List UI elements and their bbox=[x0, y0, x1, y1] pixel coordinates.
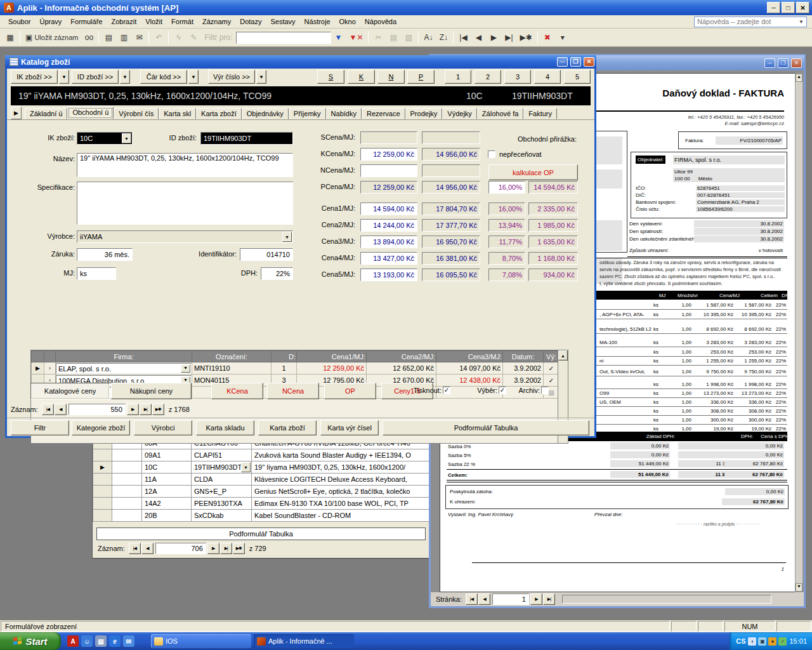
form-record-selector[interactable]: ▶ bbox=[11, 107, 22, 119]
button-kategoriezbo[interactable]: Kategorie zboží bbox=[72, 420, 130, 435]
cena4mj-field-2[interactable]: 16 381,00 Kč bbox=[422, 252, 480, 265]
tab-obchodn[interactable]: Obchodní ú bbox=[67, 107, 114, 119]
print-preview-icon[interactable]: ▥ bbox=[117, 30, 131, 44]
menu-npovda[interactable]: Nápověda bbox=[360, 17, 401, 27]
tab-nabdky[interactable]: Nabídky bbox=[326, 108, 362, 119]
cena5mj-pct-field[interactable]: 7,08% bbox=[488, 269, 525, 281]
record-prev-button[interactable]: ◀ bbox=[478, 594, 490, 605]
invoice-vscrollbar[interactable]: ▲ ▼ bbox=[795, 73, 803, 592]
row-selector[interactable]: ▶ bbox=[93, 461, 112, 474]
cena4mj-pct-field[interactable]: 8,70% bbox=[488, 252, 525, 265]
number-button-1[interactable]: 1 bbox=[445, 70, 471, 84]
button-kcena[interactable]: KCena bbox=[211, 383, 263, 399]
send-mail-icon[interactable]: ✉ bbox=[132, 30, 146, 44]
ik-zbozi-combo[interactable]: 10C▼ bbox=[77, 132, 133, 145]
cena2mj-field-2[interactable]: 17 377,70 Kč bbox=[422, 219, 480, 232]
network-icon[interactable]: ▣ bbox=[758, 637, 766, 646]
internet-explorer-icon[interactable]: e bbox=[109, 635, 121, 647]
menu-vloit[interactable]: Vložit bbox=[141, 17, 167, 27]
cena1mj-field-2[interactable]: 17 804,70 Kč bbox=[422, 202, 480, 215]
zaruka-field[interactable]: 36 měs. bbox=[77, 248, 133, 261]
filter-for-input[interactable] bbox=[236, 32, 331, 44]
id-cell[interactable]: SxCDkab bbox=[192, 510, 252, 522]
task-button-aplikinforman[interactable]: Aplik - Informačně ... bbox=[254, 634, 354, 648]
record-last-button[interactable]: ▶| bbox=[543, 594, 555, 605]
ncenamj-field-1[interactable] bbox=[360, 164, 417, 177]
scroll-up-icon[interactable]: ▲ bbox=[558, 350, 568, 361]
blank-cell[interactable] bbox=[112, 449, 142, 461]
row-selector[interactable] bbox=[93, 498, 112, 510]
id-zbozi-field[interactable]: 19TIIHM903DT bbox=[200, 132, 293, 145]
tab-vdejky[interactable]: Výdejky bbox=[442, 108, 477, 119]
form-view-icon[interactable]: ▦ bbox=[3, 30, 17, 44]
cena1mj-pct-field[interactable]: 16,00% bbox=[488, 202, 525, 215]
menu-dotazy[interactable]: Dotazy bbox=[235, 17, 266, 27]
blank-cell[interactable] bbox=[112, 498, 142, 510]
record-number-input[interactable]: 1 bbox=[492, 594, 529, 605]
code-cell[interactable]: 10C bbox=[142, 461, 192, 474]
expand-row-icon[interactable]: › bbox=[44, 362, 56, 375]
id-cell[interactable]: CLAPI51 bbox=[192, 449, 252, 461]
cena3mj-pct-field[interactable]: 11,77% bbox=[488, 235, 525, 248]
show-desktop-icon[interactable]: ▤ bbox=[95, 635, 107, 647]
cena5mj-field-2[interactable]: 16 095,50 Kč bbox=[422, 269, 480, 281]
id-cell[interactable]: PEEN9130TXA bbox=[192, 498, 252, 510]
scenamj-field-1[interactable] bbox=[360, 131, 417, 144]
close-icon[interactable]: ✕ bbox=[791, 58, 802, 68]
datum-cell[interactable]: 3.9.2002 bbox=[503, 375, 544, 387]
record-new-button[interactable]: ▶✱ bbox=[152, 404, 164, 415]
id-cell[interactable]: 19TIIHM903DT▼ bbox=[192, 461, 252, 474]
desc-cell[interactable]: Edimax EN-9130 TXA 10/100 base WOL, PCI,… bbox=[252, 498, 430, 510]
subform-row[interactable]: 14A2PEEN9130TXAEdimax EN-9130 TXA 10/100… bbox=[93, 498, 430, 510]
cena3mj-field-2[interactable]: 16 950,70 Kč bbox=[422, 235, 480, 248]
subform-row[interactable]: 20BSxCDkabKabel SoundBlaster - CD-ROM bbox=[93, 510, 430, 522]
kcenamj-field-2[interactable]: 14 956,00 Kč bbox=[422, 148, 480, 161]
checkbox-archiv[interactable] bbox=[541, 387, 549, 394]
code-cell[interactable]: 11A bbox=[142, 474, 192, 486]
tab-vrobns[interactable]: Výrobní čís bbox=[114, 108, 159, 119]
subform-row[interactable]: 12AGNS+E_PGenius NetScroll+ Eye, optická… bbox=[93, 486, 430, 498]
chevron-down-icon[interactable]: ▼ bbox=[122, 133, 131, 143]
vyber-check-cell[interactable]: ✓ bbox=[544, 362, 560, 375]
tab-prodejky[interactable]: Prodejky bbox=[405, 108, 443, 119]
ncenamj-field-2[interactable] bbox=[422, 164, 480, 177]
scheduler-icon[interactable]: ✓ bbox=[778, 637, 787, 646]
cena3-cell[interactable]: 12 438,00 Kč bbox=[436, 375, 503, 387]
record-number-input[interactable]: 550 bbox=[69, 404, 126, 415]
tab-objednvky[interactable]: Objednávky bbox=[242, 108, 289, 119]
apply-filter-icon[interactable]: ▼ bbox=[332, 30, 346, 44]
mj-field[interactable]: ks bbox=[77, 267, 116, 280]
subform-row[interactable]: ▶10C19TIIHM903DT▼19" Iiyama HM903DT, 0,2… bbox=[93, 461, 430, 474]
language-indicator[interactable]: CS bbox=[736, 637, 745, 645]
invoice-hscrollbar[interactable] bbox=[562, 595, 771, 604]
letter-button-p[interactable]: P bbox=[407, 70, 435, 84]
menu-pravy[interactable]: Úpravy bbox=[35, 17, 66, 27]
button-kartavrsel[interactable]: Karta výr čísel bbox=[320, 420, 379, 435]
desc-cell[interactable]: Kabel SoundBlaster - CD-ROM bbox=[252, 510, 430, 522]
pcenamj-field-1[interactable]: 12 259,00 Kč bbox=[360, 181, 417, 194]
record-prev-button[interactable]: ◀ bbox=[55, 404, 67, 415]
specifikace-field[interactable] bbox=[77, 182, 293, 225]
tab-zkladn[interactable]: Základní ú bbox=[25, 108, 67, 119]
scroll-up-icon[interactable]: ▲ bbox=[796, 74, 802, 82]
button-podformular-tabulka[interactable]: Podformulář Tabulka bbox=[383, 420, 589, 435]
dph-field[interactable]: 22% bbox=[261, 267, 293, 280]
checkbox-tisknout[interactable]: ✓ bbox=[443, 387, 450, 394]
start-button[interactable]: Start bbox=[0, 632, 61, 650]
cena4mj-field-1[interactable]: 13 427,00 Kč bbox=[360, 252, 417, 265]
record-prev-icon[interactable]: ◀ bbox=[471, 30, 485, 44]
record-prev-button[interactable]: ◀ bbox=[141, 543, 154, 554]
print-icon[interactable]: ▤ bbox=[102, 30, 115, 44]
chevron-down-icon[interactable]: ▼ bbox=[241, 462, 251, 472]
letter-button-s[interactable]: S bbox=[317, 70, 344, 84]
cena1mj-field-1[interactable]: 14 594,00 Kč bbox=[360, 202, 417, 215]
task-button-ios[interactable]: IOS bbox=[151, 634, 251, 648]
subform-tabulka-button[interactable]: Podformulář Tabulka bbox=[96, 527, 426, 540]
record-last-icon[interactable]: ▶| bbox=[502, 30, 516, 44]
code-cell[interactable]: 12A bbox=[142, 486, 192, 498]
menu-okno[interactable]: Okno bbox=[335, 17, 360, 27]
blank-cell[interactable] bbox=[112, 474, 142, 486]
minimize-icon[interactable]: ─ bbox=[764, 58, 775, 68]
datum-cell[interactable]: 3.9.2002 bbox=[503, 362, 544, 375]
lookup-dropdown-icon[interactable]: ▼ bbox=[256, 70, 266, 84]
